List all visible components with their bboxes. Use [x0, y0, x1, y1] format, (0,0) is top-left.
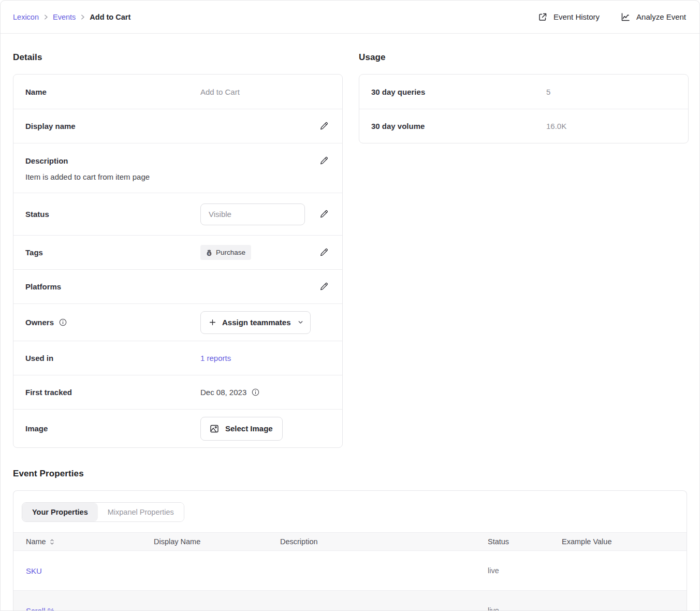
usage-card: 30 day queries 5 30 day volume 16.0K — [359, 74, 689, 143]
lexicon-event-detail-page: Lexicon Events Add to Cart Event History — [0, 0, 700, 611]
event-properties-title: Event Properties — [13, 469, 687, 479]
first-tracked-label: First tracked — [25, 388, 200, 397]
properties-table-header: Name Display Name Description Status Exa… — [13, 532, 687, 551]
tag-label: Purchase — [216, 249, 245, 256]
event-properties-card: Your Properties Mixpanel Properties Name… — [13, 490, 687, 611]
tags-label: Tags — [25, 248, 200, 257]
description-label: Description — [25, 156, 200, 165]
chevron-down-icon — [298, 319, 303, 325]
image-label: Image — [25, 424, 200, 433]
name-label: Name — [25, 88, 200, 96]
info-icon[interactable] — [59, 318, 67, 327]
usage-column: Usage 30 day queries 5 30 day volume 16.… — [359, 52, 689, 448]
line-chart-icon — [620, 12, 631, 22]
property-row-scroll-percent[interactable]: Scroll % live — [13, 591, 687, 611]
detail-row-first-tracked: First tracked Dec 08, 2023 — [13, 375, 342, 409]
details-title: Details — [13, 52, 343, 63]
column-header-example-value: Example Value — [562, 537, 687, 546]
properties-tabs: Your Properties Mixpanel Properties — [22, 502, 184, 522]
detail-row-description: Description Item is added to cart from i… — [13, 143, 342, 193]
column-header-status: Status — [488, 537, 562, 546]
breadcrumb: Lexicon Events Add to Cart — [13, 13, 130, 21]
analyze-event-label: Analyze Event — [636, 12, 686, 21]
detail-row-used-in: Used in 1 reports — [13, 341, 342, 375]
edit-description-pencil-icon[interactable] — [317, 154, 331, 168]
usage-title: Usage — [359, 52, 689, 63]
property-row-sku[interactable]: SKU live — [13, 551, 687, 591]
external-link-icon — [537, 12, 548, 22]
property-name-link[interactable]: SKU — [26, 566, 154, 575]
column-name-label: Name — [26, 537, 46, 546]
image-icon — [209, 424, 220, 434]
property-status: live — [488, 566, 562, 575]
volume-label: 30 day volume — [371, 122, 546, 130]
event-history-label: Event History — [553, 12, 600, 21]
detail-row-name: Name Add to Cart — [13, 75, 342, 109]
event-history-button[interactable]: Event History — [537, 12, 600, 22]
column-header-display-name: Display Name — [154, 537, 280, 546]
queries-label: 30 day queries — [371, 88, 546, 96]
info-icon[interactable] — [251, 388, 260, 397]
display-name-label: Display name — [25, 122, 200, 130]
sort-icon — [50, 539, 54, 545]
first-tracked-value: Dec 08, 2023 — [200, 388, 246, 397]
select-image-label: Select Image — [225, 424, 273, 433]
detail-row-image: Image Select Image — [13, 409, 342, 447]
breadcrumb-lexicon[interactable]: Lexicon — [13, 13, 39, 21]
page-header: Lexicon Events Add to Cart Event History — [1, 1, 699, 34]
breadcrumb-events[interactable]: Events — [53, 13, 76, 21]
details-card: Name Add to Cart Display name Descriptio… — [13, 74, 343, 448]
assign-teammates-button[interactable]: Assign teammates — [200, 311, 311, 334]
queries-value: 5 — [546, 88, 550, 96]
detail-row-platforms: Platforms — [13, 269, 342, 303]
detail-row-tags: Tags $ Purchase — [13, 235, 342, 269]
breadcrumb-current-event: Add to Cart — [90, 13, 130, 21]
volume-value: 16.0K — [546, 122, 566, 130]
status-label: Status — [25, 210, 200, 219]
detail-row-display-name: Display name — [13, 109, 342, 143]
header-actions: Event History Analyze Event — [537, 12, 686, 22]
plus-icon — [209, 318, 216, 326]
edit-tags-pencil-icon[interactable] — [317, 245, 331, 259]
edit-display-name-pencil-icon[interactable] — [317, 119, 331, 133]
detail-row-status: Status — [13, 193, 342, 235]
description-value: Item is added to cart from item page — [25, 172, 331, 181]
property-status: live — [488, 606, 562, 611]
details-column: Details Name Add to Cart Display name De… — [13, 52, 343, 448]
event-properties-section: Event Properties Your Properties Mixpane… — [1, 448, 699, 611]
status-field[interactable] — [200, 203, 305, 225]
assign-teammates-label: Assign teammates — [222, 318, 291, 327]
first-tracked-value-wrap: Dec 08, 2023 — [200, 388, 260, 397]
owners-label: Owners — [25, 318, 200, 327]
name-value: Add to Cart — [200, 88, 240, 96]
tag-purchase-badge[interactable]: $ Purchase — [200, 245, 251, 260]
select-image-button[interactable]: Select Image — [200, 417, 283, 441]
content-columns: Details Name Add to Cart Display name De… — [1, 34, 699, 448]
owners-label-text: Owners — [25, 318, 54, 327]
detail-row-owners: Owners Assign teammates — [13, 303, 342, 341]
analyze-event-button[interactable]: Analyze Event — [620, 12, 686, 22]
chevron-right-icon — [43, 14, 48, 20]
platforms-label: Platforms — [25, 282, 200, 291]
column-header-description: Description — [280, 537, 488, 546]
usage-row-volume: 30 day volume 16.0K — [359, 109, 688, 143]
edit-status-pencil-icon[interactable] — [317, 207, 331, 221]
property-name-link[interactable]: Scroll % — [26, 606, 154, 611]
money-bag-icon: $ — [206, 249, 212, 256]
used-in-label: Used in — [25, 354, 200, 362]
used-in-reports-link[interactable]: 1 reports — [200, 354, 231, 362]
tab-your-properties[interactable]: Your Properties — [22, 503, 98, 521]
edit-platforms-pencil-icon[interactable] — [317, 280, 331, 294]
tab-mixpanel-properties[interactable]: Mixpanel Properties — [98, 503, 184, 521]
usage-row-queries: 30 day queries 5 — [359, 75, 688, 109]
chevron-right-icon — [80, 14, 85, 20]
column-header-name[interactable]: Name — [26, 537, 154, 546]
